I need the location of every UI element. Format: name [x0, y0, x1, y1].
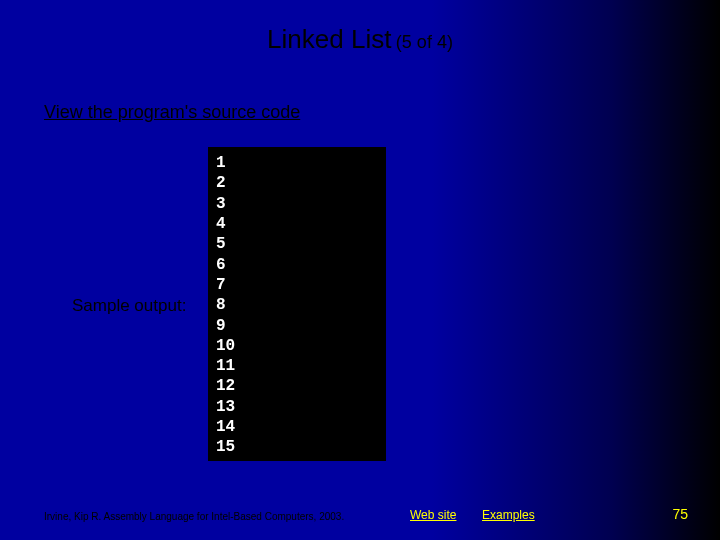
source-code-link[interactable]: View the program's source code	[44, 102, 300, 123]
title-sub: (5 of 4)	[396, 32, 453, 52]
examples-link[interactable]: Examples	[482, 508, 535, 522]
title-main: Linked List	[267, 24, 391, 54]
output-console: 1 2 3 4 5 6 7 8 9 10 11 12 13 14 15	[208, 147, 386, 461]
footer: Irvine, Kip R. Assembly Language for Int…	[0, 504, 720, 522]
sample-output-label: Sample output:	[72, 296, 186, 316]
footer-citation: Irvine, Kip R. Assembly Language for Int…	[44, 511, 344, 522]
slide-title: Linked List (5 of 4)	[0, 0, 720, 55]
website-link[interactable]: Web site	[410, 508, 456, 522]
page-number: 75	[672, 506, 688, 522]
